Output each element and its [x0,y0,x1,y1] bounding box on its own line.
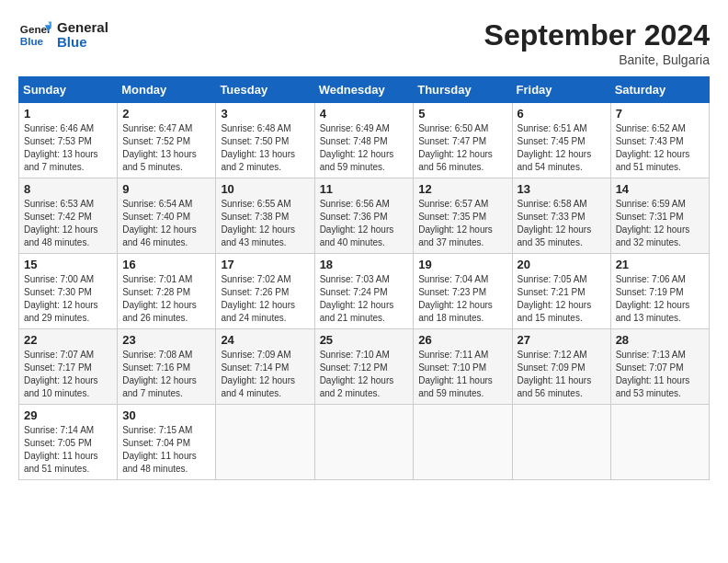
day-number: 27 [518,333,606,347]
day-info: Sunrise: 6:58 AMSunset: 7:33 PMDaylight:… [518,198,606,249]
month-title: September 2024 [484,18,710,52]
logo: General Blue General Blue [18,18,108,52]
day-info: Sunrise: 7:09 AMSunset: 7:14 PMDaylight:… [221,349,309,400]
day-info: Sunrise: 6:51 AMSunset: 7:45 PMDaylight:… [518,122,606,174]
calendar-cell: 12Sunrise: 6:57 AMSunset: 7:35 PMDayligh… [414,178,512,254]
day-number: 3 [221,107,309,121]
calendar-cell [216,405,314,480]
day-number: 10 [221,182,309,196]
day-number: 29 [24,408,112,422]
calendar-cell [314,405,414,480]
week-row-5: 29Sunrise: 7:14 AMSunset: 7:05 PMDayligh… [19,405,710,480]
day-number: 12 [418,182,506,196]
day-info: Sunrise: 7:15 AMSunset: 7:04 PMDaylight:… [122,424,210,476]
calendar-cell: 18Sunrise: 7:03 AMSunset: 7:24 PMDayligh… [314,254,414,329]
weekday-header-tuesday: Tuesday [216,77,314,103]
day-info: Sunrise: 7:04 AMSunset: 7:23 PMDaylight:… [418,273,506,325]
day-number: 8 [24,182,112,196]
calendar-cell [610,405,709,480]
day-info: Sunrise: 7:07 AMSunset: 7:17 PMDaylight:… [24,349,112,400]
day-info: Sunrise: 6:48 AMSunset: 7:50 PMDaylight:… [221,122,309,174]
calendar-cell: 20Sunrise: 7:05 AMSunset: 7:21 PMDayligh… [512,254,610,329]
day-number: 6 [518,107,606,121]
calendar-cell: 25Sunrise: 7:10 AMSunset: 7:12 PMDayligh… [314,329,414,405]
day-info: Sunrise: 7:01 AMSunset: 7:28 PMDaylight:… [122,273,210,325]
calendar-cell: 23Sunrise: 7:08 AMSunset: 7:16 PMDayligh… [118,329,216,405]
weekday-header-friday: Friday [512,77,610,103]
calendar-cell [414,405,512,480]
calendar-cell: 3Sunrise: 6:48 AMSunset: 7:50 PMDaylight… [216,103,314,178]
day-info: Sunrise: 6:46 AMSunset: 7:53 PMDaylight:… [24,122,112,174]
calendar-cell: 2Sunrise: 6:47 AMSunset: 7:52 PMDaylight… [118,103,216,178]
weekday-header-row: SundayMondayTuesdayWednesdayThursdayFrid… [19,77,710,103]
weekday-header-wednesday: Wednesday [314,77,414,103]
title-block: September 2024 Banite, Bulgaria [484,18,710,67]
day-number: 1 [24,107,112,121]
week-row-1: 1Sunrise: 6:46 AMSunset: 7:53 PMDaylight… [19,103,710,178]
day-info: Sunrise: 7:08 AMSunset: 7:16 PMDaylight:… [122,349,210,400]
day-info: Sunrise: 7:02 AMSunset: 7:26 PMDaylight:… [221,273,309,325]
day-info: Sunrise: 7:03 AMSunset: 7:24 PMDaylight:… [320,273,409,325]
day-info: Sunrise: 6:49 AMSunset: 7:48 PMDaylight:… [320,122,409,174]
calendar-cell [512,405,610,480]
calendar-table: SundayMondayTuesdayWednesdayThursdayFrid… [18,76,710,480]
calendar-cell: 29Sunrise: 7:14 AMSunset: 7:05 PMDayligh… [19,405,118,480]
day-info: Sunrise: 7:05 AMSunset: 7:21 PMDaylight:… [518,273,606,325]
day-number: 16 [122,258,210,271]
calendar-cell: 26Sunrise: 7:11 AMSunset: 7:10 PMDayligh… [414,329,512,405]
calendar-cell: 11Sunrise: 6:56 AMSunset: 7:36 PMDayligh… [314,178,414,254]
day-number: 13 [518,182,606,196]
day-number: 30 [122,408,210,422]
day-number: 2 [122,107,210,121]
weekday-header-thursday: Thursday [414,77,512,103]
day-number: 18 [320,258,409,271]
day-number: 4 [320,107,409,121]
day-info: Sunrise: 7:10 AMSunset: 7:12 PMDaylight:… [320,349,409,400]
weekday-header-saturday: Saturday [610,77,709,103]
day-number: 7 [616,107,704,121]
day-number: 20 [518,258,606,271]
day-number: 17 [221,258,309,271]
location-subtitle: Banite, Bulgaria [484,52,710,67]
calendar-cell: 14Sunrise: 6:59 AMSunset: 7:31 PMDayligh… [610,178,709,254]
day-number: 28 [616,333,704,347]
weekday-header-sunday: Sunday [19,77,118,103]
logo-general: General [57,20,108,36]
calendar-cell: 9Sunrise: 6:54 AMSunset: 7:40 PMDaylight… [118,178,216,254]
day-info: Sunrise: 7:00 AMSunset: 7:30 PMDaylight:… [24,273,112,325]
calendar-cell: 8Sunrise: 6:53 AMSunset: 7:42 PMDaylight… [19,178,118,254]
day-number: 26 [418,333,506,347]
weekday-header-monday: Monday [118,77,216,103]
day-number: 11 [320,182,409,196]
calendar-cell: 24Sunrise: 7:09 AMSunset: 7:14 PMDayligh… [216,329,314,405]
day-number: 14 [616,182,704,196]
calendar-cell: 4Sunrise: 6:49 AMSunset: 7:48 PMDaylight… [314,103,414,178]
calendar-cell: 28Sunrise: 7:13 AMSunset: 7:07 PMDayligh… [610,329,709,405]
calendar-cell: 5Sunrise: 6:50 AMSunset: 7:47 PMDaylight… [414,103,512,178]
day-info: Sunrise: 6:53 AMSunset: 7:42 PMDaylight:… [24,198,112,249]
page-header: General Blue General Blue September 2024… [18,18,710,67]
day-info: Sunrise: 6:59 AMSunset: 7:31 PMDaylight:… [616,198,704,249]
day-number: 22 [24,333,112,347]
calendar-cell: 15Sunrise: 7:00 AMSunset: 7:30 PMDayligh… [19,254,118,329]
calendar-cell: 13Sunrise: 6:58 AMSunset: 7:33 PMDayligh… [512,178,610,254]
day-number: 9 [122,182,210,196]
day-info: Sunrise: 6:52 AMSunset: 7:43 PMDaylight:… [616,122,704,174]
day-info: Sunrise: 7:06 AMSunset: 7:19 PMDaylight:… [616,273,704,325]
day-number: 21 [616,258,704,271]
week-row-3: 15Sunrise: 7:00 AMSunset: 7:30 PMDayligh… [19,254,710,329]
logo-icon: General Blue [18,18,51,52]
calendar-cell: 16Sunrise: 7:01 AMSunset: 7:28 PMDayligh… [118,254,216,329]
day-number: 23 [122,333,210,347]
day-info: Sunrise: 7:12 AMSunset: 7:09 PMDaylight:… [518,349,606,400]
calendar-cell: 1Sunrise: 6:46 AMSunset: 7:53 PMDaylight… [19,103,118,178]
day-number: 19 [418,258,506,271]
svg-text:Blue: Blue [20,35,44,47]
calendar-cell: 6Sunrise: 6:51 AMSunset: 7:45 PMDaylight… [512,103,610,178]
week-row-2: 8Sunrise: 6:53 AMSunset: 7:42 PMDaylight… [19,178,710,254]
calendar-cell: 30Sunrise: 7:15 AMSunset: 7:04 PMDayligh… [118,405,216,480]
svg-text:General: General [20,23,51,35]
day-info: Sunrise: 6:50 AMSunset: 7:47 PMDaylight:… [418,122,506,174]
calendar-cell: 21Sunrise: 7:06 AMSunset: 7:19 PMDayligh… [610,254,709,329]
logo-blue: Blue [57,35,108,51]
